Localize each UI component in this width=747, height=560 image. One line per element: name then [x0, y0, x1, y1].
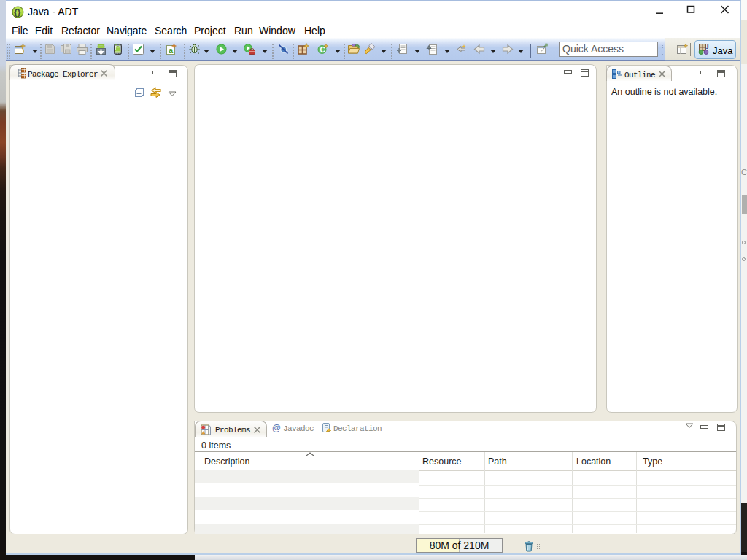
svg-text:{}: {}	[14, 8, 20, 17]
svg-text:C: C	[320, 45, 326, 54]
svg-text:a: a	[169, 46, 174, 55]
svg-text:J: J	[705, 42, 709, 50]
